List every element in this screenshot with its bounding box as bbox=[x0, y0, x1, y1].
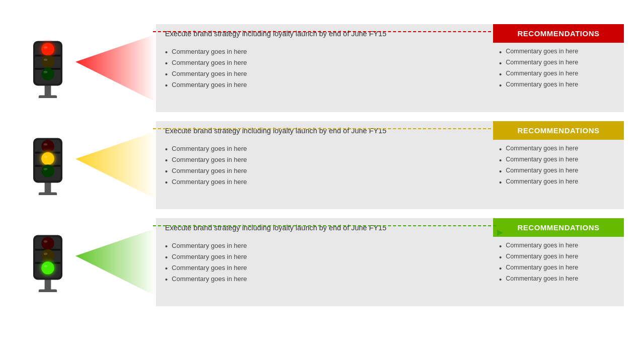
recommendations-box: RECOMMENDATIONS Commentary goes in hereC… bbox=[493, 121, 624, 209]
bullet-item: Commentary goes in here bbox=[499, 241, 618, 252]
rec-header: RECOMMENDATIONS bbox=[493, 24, 624, 43]
svg-point-28 bbox=[44, 143, 47, 145]
svg-point-27 bbox=[43, 166, 52, 175]
bullet-item: Commentary goes in here bbox=[165, 252, 484, 263]
traffic-row-green: Execute brand strategy including loyalty… bbox=[20, 218, 624, 306]
bullet-item: Commentary goes in here bbox=[499, 263, 618, 274]
bullet-item: Commentary goes in here bbox=[165, 69, 484, 80]
bullet-item: Commentary goes in here bbox=[499, 80, 618, 91]
bullet-item: Commentary goes in here bbox=[499, 252, 618, 263]
bullet-item: Commentary goes in here bbox=[165, 241, 484, 252]
svg-point-14 bbox=[44, 70, 47, 73]
light-beam bbox=[75, 24, 156, 112]
svg-marker-47 bbox=[75, 228, 156, 296]
dashed-arrow-line bbox=[153, 225, 496, 226]
svg-point-46 bbox=[44, 264, 47, 267]
bullet-item: Commentary goes in here bbox=[499, 58, 618, 69]
svg-point-41 bbox=[43, 251, 52, 260]
bullet-item: Commentary goes in here bbox=[165, 80, 484, 91]
bullet-item: Commentary goes in here bbox=[499, 177, 618, 188]
svg-point-13 bbox=[44, 58, 47, 61]
main-bullet-list: Commentary goes in hereCommentary goes i… bbox=[165, 144, 484, 188]
svg-rect-17 bbox=[39, 192, 57, 195]
bullet-item: Commentary goes in here bbox=[165, 166, 484, 177]
light-beam bbox=[75, 121, 156, 209]
svg-marker-15 bbox=[75, 34, 156, 102]
main-content-box: Execute brand strategy including loyalty… bbox=[156, 24, 493, 112]
bullet-item: Commentary goes in here bbox=[165, 47, 484, 58]
svg-point-44 bbox=[44, 240, 47, 242]
svg-point-30 bbox=[44, 167, 47, 170]
rec-header: RECOMMENDATIONS bbox=[493, 121, 624, 140]
svg-point-23 bbox=[43, 141, 52, 150]
svg-rect-1 bbox=[39, 95, 57, 98]
recommendations-box: RECOMMENDATIONS Commentary goes in hereC… bbox=[493, 218, 624, 306]
arrow-head bbox=[497, 230, 503, 236]
traffic-light-icon bbox=[20, 218, 75, 306]
rec-body: Commentary goes in hereCommentary goes i… bbox=[493, 140, 624, 209]
svg-point-9 bbox=[43, 57, 52, 66]
bullet-item: Commentary goes in here bbox=[165, 177, 484, 188]
bullet-item: Commentary goes in here bbox=[165, 274, 484, 285]
bullet-item: Commentary goes in here bbox=[499, 155, 618, 166]
svg-rect-33 bbox=[39, 289, 57, 292]
bullet-item: Commentary goes in here bbox=[165, 144, 484, 155]
rows-container: Execute brand strategy including loyalty… bbox=[20, 24, 624, 352]
traffic-light-icon bbox=[20, 121, 75, 209]
svg-marker-31 bbox=[75, 131, 156, 199]
bullet-item: Commentary goes in here bbox=[499, 47, 618, 58]
svg-point-45 bbox=[44, 252, 47, 255]
bullet-item: Commentary goes in here bbox=[165, 263, 484, 274]
main-content-box: Execute brand strategy including loyalty… bbox=[156, 218, 493, 306]
recommendations-box: RECOMMENDATIONS Commentary goes in hereC… bbox=[493, 24, 624, 112]
main-content-box: Execute brand strategy including loyalty… bbox=[156, 121, 493, 209]
svg-point-29 bbox=[44, 155, 47, 158]
rec-bullet-list: Commentary goes in hereCommentary goes i… bbox=[499, 144, 618, 188]
svg-point-25 bbox=[43, 154, 52, 163]
svg-point-11 bbox=[43, 69, 52, 78]
rec-bullet-list: Commentary goes in hereCommentary goes i… bbox=[499, 241, 618, 285]
bullet-item: Commentary goes in here bbox=[499, 274, 618, 285]
traffic-light-icon bbox=[20, 24, 75, 112]
rec-bullet-list: Commentary goes in hereCommentary goes i… bbox=[499, 47, 618, 91]
traffic-row-red: Execute brand strategy including loyalty… bbox=[20, 24, 624, 112]
rec-body: Commentary goes in hereCommentary goes i… bbox=[493, 43, 624, 112]
main-bullet-list: Commentary goes in hereCommentary goes i… bbox=[165, 241, 484, 285]
arrow-head bbox=[497, 36, 503, 42]
page: Execute brand strategy including loyalty… bbox=[0, 0, 644, 362]
bullet-item: Commentary goes in here bbox=[499, 144, 618, 155]
svg-point-7 bbox=[43, 44, 52, 53]
bullet-item: Commentary goes in here bbox=[165, 58, 484, 69]
dashed-arrow-line bbox=[153, 31, 496, 32]
svg-point-39 bbox=[43, 238, 52, 247]
dashed-arrow-line bbox=[153, 128, 496, 129]
bullet-item: Commentary goes in here bbox=[499, 69, 618, 80]
svg-point-12 bbox=[44, 46, 47, 48]
bullet-item: Commentary goes in here bbox=[165, 155, 484, 166]
bullet-item: Commentary goes in here bbox=[499, 166, 618, 177]
arrow-head bbox=[497, 133, 503, 139]
rec-header: RECOMMENDATIONS bbox=[493, 218, 624, 237]
main-bullet-list: Commentary goes in hereCommentary goes i… bbox=[165, 47, 484, 91]
traffic-row-yellow: Execute brand strategy including loyalty… bbox=[20, 121, 624, 209]
rec-body: Commentary goes in hereCommentary goes i… bbox=[493, 237, 624, 306]
light-beam bbox=[75, 218, 156, 306]
svg-point-43 bbox=[43, 263, 52, 272]
